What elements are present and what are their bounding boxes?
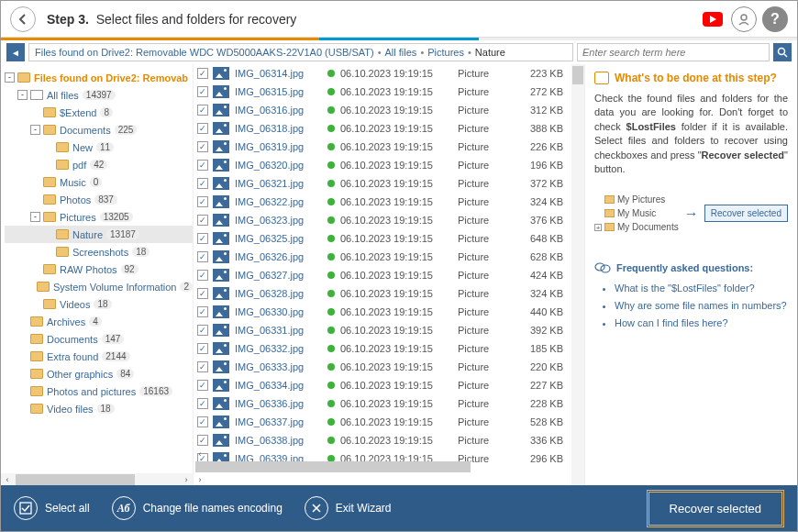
image-icon [213, 250, 229, 263]
file-row[interactable]: ✓IMG_06323.jpg06.10.2023 19:19:15Picture… [194, 211, 571, 229]
tree-item[interactable]: Extra found2144 [5, 348, 193, 365]
account-icon[interactable] [731, 6, 757, 32]
file-row[interactable]: ✓IMG_06330.jpg06.10.2023 19:19:15Picture… [194, 303, 571, 321]
file-row[interactable]: ✓IMG_06314.jpg06.10.2023 19:19:15Picture… [194, 64, 571, 83]
faq-link[interactable]: What is the "$LostFiles" folder? [615, 280, 788, 297]
file-row[interactable]: ✓IMG_06327.jpg06.10.2023 19:19:15Picture… [194, 266, 571, 284]
file-checkbox[interactable]: ✓ [197, 288, 208, 299]
change-encoding-button[interactable]: Аб Change file names encoding [112, 496, 283, 520]
status-good-icon [327, 253, 335, 260]
tree-item[interactable]: -Documents225 [5, 121, 193, 139]
tree-horizontal-scrollbar[interactable]: ‹› [1, 473, 193, 486]
file-checkbox[interactable]: ✓ [197, 343, 208, 354]
status-good-icon [327, 437, 335, 444]
file-row[interactable]: ✓IMG_06338.jpg06.10.2023 19:19:15Picture… [194, 431, 571, 449]
expand-toggle[interactable]: - [17, 90, 28, 100]
file-checkbox[interactable]: ✓ [197, 416, 208, 427]
folder-tree[interactable]: -Files found on Drive2: Removab-All file… [1, 64, 194, 486]
file-checkbox[interactable]: ✓ [197, 233, 208, 244]
tree-item[interactable]: Documents147 [5, 330, 193, 348]
file-row[interactable]: ✓IMG_06328.jpg06.10.2023 19:19:15Picture… [194, 284, 571, 303]
file-checkbox[interactable]: ✓ [197, 270, 208, 281]
tree-item[interactable]: Nature13187 [5, 226, 193, 243]
file-checkbox[interactable]: ✓ [197, 178, 208, 189]
file-row[interactable]: ✓IMG_06334.jpg06.10.2023 19:19:15Picture… [194, 376, 571, 394]
file-name: IMG_06319.jpg [235, 141, 322, 152]
tree-item[interactable]: Video files18 [5, 400, 193, 417]
tree-item[interactable]: $Extend8 [5, 104, 193, 121]
file-row[interactable]: ✓IMG_06331.jpg06.10.2023 19:19:15Picture… [194, 321, 571, 339]
status-good-icon [327, 235, 335, 242]
file-status [322, 180, 340, 187]
tree-item[interactable]: Music0 [5, 173, 193, 191]
tree-item[interactable]: Photos and pictures16163 [5, 382, 193, 400]
select-all-button[interactable]: Select all [14, 496, 90, 520]
file-list-vertical-scrollbar[interactable] [571, 64, 584, 473]
file-checkbox[interactable]: ✓ [197, 215, 208, 226]
tree-item[interactable]: New11 [5, 139, 193, 156]
file-checkbox[interactable]: ✓ [197, 325, 208, 336]
tree-item[interactable]: -Files found on Drive2: Removab [5, 69, 193, 86]
file-row[interactable]: ✓IMG_06326.jpg06.10.2023 19:19:15Picture… [194, 248, 571, 266]
tree-item[interactable]: Videos18 [5, 295, 193, 313]
expand-toggle[interactable]: - [30, 212, 40, 222]
tree-item[interactable]: Screenshots18 [5, 243, 193, 260]
file-checkbox[interactable]: ✓ [197, 361, 208, 372]
status-good-icon [327, 327, 335, 334]
tree-item-count: 92 [121, 264, 139, 274]
file-checkbox[interactable]: ✓ [197, 105, 208, 116]
file-list-horizontal-scrollbar[interactable]: ‹› [194, 448, 571, 486]
recover-selected-button[interactable]: Recover selected [647, 490, 784, 527]
file-row[interactable]: ✓IMG_06320.jpg06.10.2023 19:19:15Picture… [194, 156, 571, 174]
file-row[interactable]: ✓IMG_06337.jpg06.10.2023 19:19:15Picture… [194, 413, 571, 431]
back-button[interactable] [10, 6, 36, 32]
file-checkbox[interactable]: ✓ [197, 380, 208, 391]
file-checkbox[interactable]: ✓ [197, 160, 208, 171]
image-icon [213, 195, 229, 208]
file-row[interactable]: ✓IMG_06322.jpg06.10.2023 19:19:15Picture… [194, 193, 571, 211]
file-type: Picture [458, 141, 513, 152]
file-checkbox[interactable]: ✓ [197, 86, 208, 97]
file-row[interactable]: ✓IMG_06333.jpg06.10.2023 19:19:15Picture… [194, 358, 571, 376]
tree-item[interactable]: RAW Photos92 [5, 260, 193, 278]
tree-item[interactable]: System Volume Information2 [5, 278, 193, 295]
tree-item[interactable]: -Pictures13205 [5, 208, 193, 226]
file-checkbox[interactable]: ✓ [197, 251, 208, 262]
exit-wizard-button[interactable]: Exit Wizard [305, 496, 392, 520]
file-checkbox[interactable]: ✓ [197, 398, 208, 409]
file-size: 226 KB [513, 141, 563, 152]
file-type: Picture [458, 270, 513, 281]
search-button[interactable] [773, 43, 792, 61]
file-row[interactable]: ✓IMG_06318.jpg06.10.2023 19:19:15Picture… [194, 119, 571, 138]
file-checkbox[interactable]: ✓ [197, 141, 208, 152]
file-row[interactable]: ✓IMG_06319.jpg06.10.2023 19:19:15Picture… [194, 138, 571, 156]
tree-item[interactable]: -All files14397 [5, 86, 193, 104]
expand-toggle[interactable]: - [5, 72, 15, 83]
file-list[interactable]: ✓IMG_06314.jpg06.10.2023 19:19:15Picture… [194, 64, 571, 473]
faq-link[interactable]: How can I find files here? [615, 315, 788, 332]
tree-item[interactable]: Photos837 [5, 191, 193, 208]
tree-item[interactable]: Other graphics84 [5, 365, 193, 382]
expand-toggle[interactable]: - [30, 125, 40, 135]
file-checkbox[interactable]: ✓ [197, 123, 208, 134]
file-checkbox[interactable]: ✓ [197, 435, 208, 446]
faq-link[interactable]: Why are some file names in numbers? [615, 297, 788, 315]
breadcrumb-back-button[interactable]: ◄ [6, 43, 25, 61]
file-row[interactable]: ✓IMG_06321.jpg06.10.2023 19:19:15Picture… [194, 174, 571, 193]
file-checkbox[interactable]: ✓ [197, 68, 208, 79]
file-row[interactable]: ✓IMG_06332.jpg06.10.2023 19:19:15Picture… [194, 339, 571, 358]
breadcrumb[interactable]: Files found on Drive2: Removable WDC WD5… [28, 43, 573, 61]
file-row[interactable]: ✓IMG_06325.jpg06.10.2023 19:19:15Picture… [194, 229, 571, 248]
file-row[interactable]: ✓IMG_06336.jpg06.10.2023 19:19:15Picture… [194, 394, 571, 413]
file-checkbox[interactable]: ✓ [197, 306, 208, 317]
help-icon[interactable]: ? [762, 6, 788, 32]
tree-item[interactable]: Archives4 [5, 313, 193, 330]
file-row[interactable]: ✓IMG_06316.jpg06.10.2023 19:19:15Picture… [194, 101, 571, 119]
search-input[interactable] [577, 43, 770, 61]
file-status [322, 125, 340, 132]
file-checkbox[interactable]: ✓ [197, 196, 208, 207]
tree-item-count: 837 [94, 194, 117, 205]
youtube-icon[interactable] [700, 6, 726, 32]
file-row[interactable]: ✓IMG_06315.jpg06.10.2023 19:19:15Picture… [194, 83, 571, 101]
tree-item[interactable]: pdf42 [5, 156, 193, 173]
